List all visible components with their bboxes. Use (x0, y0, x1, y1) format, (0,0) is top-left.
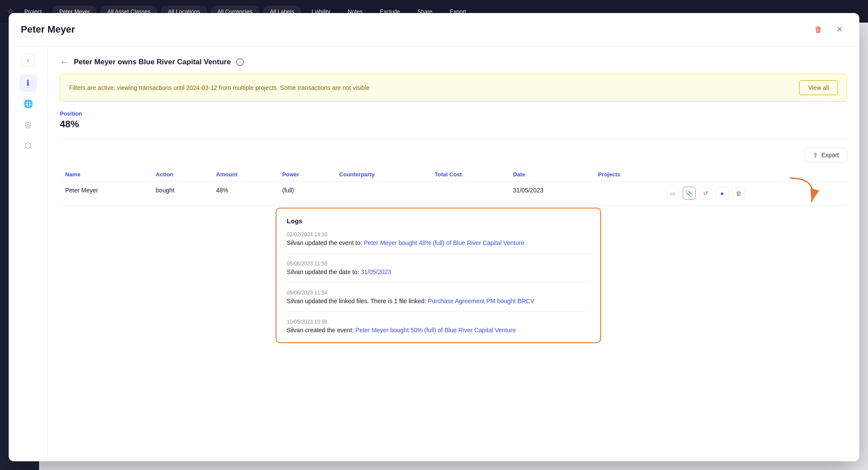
content-area: ← Peter Meyer owns Blue River Capital Ve… (48, 46, 859, 461)
modal-body: ‹ ℹ 🌐 ◎ ⬡ ← Peter Meyer owns Blue River … (9, 46, 859, 461)
modal-header: Peter Meyer 🗑 ✕ (9, 13, 859, 46)
cell-action: bought (151, 182, 211, 205)
row-attach-button[interactable]: 📎 (683, 187, 696, 200)
share-icon: ⇪ (813, 152, 818, 159)
col-action: Action (151, 168, 211, 182)
export-label: Export (822, 152, 839, 159)
section-divider (60, 139, 847, 139)
row-expand-button[interactable]: ▭ (666, 187, 679, 200)
log-highlight-2: 31/05/2023 (361, 268, 391, 275)
back-button[interactable]: ← (60, 57, 69, 67)
log-text-before-2: Silvan updated the date to: (287, 268, 361, 275)
log-highlight-4: Peter Meyer bought 50% (full) of Blue Ri… (355, 327, 516, 334)
cell-total-cost (430, 182, 508, 205)
panel-icon-cube[interactable]: ⬡ (20, 137, 37, 154)
close-button[interactable]: ✕ (832, 22, 847, 37)
left-panel: ‹ ℹ 🌐 ◎ ⬡ (9, 46, 48, 461)
col-power: Power (277, 168, 334, 182)
log-timestamp-1: 02/02/2024 14:10 (287, 232, 590, 238)
log-entry-2: 05/06/2023 11:55 Silvan updated the date… (287, 261, 590, 283)
cell-row-actions: ▭ 📎 ↺ ● 🗑 (661, 182, 847, 205)
col-actions (661, 168, 847, 182)
cell-projects (593, 182, 661, 205)
row-status-button[interactable]: ● (716, 187, 729, 200)
back-header: ← Peter Meyer owns Blue River Capital Ve… (60, 57, 847, 67)
position-value: 48% (60, 119, 847, 130)
log-entry-1: 02/02/2024 14:10 Silvan updated the even… (287, 232, 590, 254)
logs-panel: Logs 02/02/2024 14:10 Silvan updated the… (276, 208, 601, 343)
log-timestamp-2: 05/06/2023 11:55 (287, 261, 590, 267)
col-projects: Projects (593, 168, 661, 182)
log-text-4: Silvan created the event: Peter Meyer bo… (287, 327, 590, 334)
collapse-panel-button[interactable]: ‹ (21, 53, 35, 67)
logs-title: Logs (287, 217, 590, 225)
row-delete-button[interactable]: 🗑 (732, 187, 745, 200)
cell-date: 31/05/2023 (508, 182, 593, 205)
col-total-cost: Total Cost (430, 168, 508, 182)
table-row: Peter Meyer bought 48% (full) 31/05/2023… (60, 182, 847, 205)
log-entry-3: 05/06/2023 11:54 Silvan updated the link… (287, 290, 590, 312)
row-actions: ▭ 📎 ↺ ● 🗑 (666, 187, 842, 200)
panel-icon-info[interactable]: ℹ (20, 74, 37, 92)
row-log-button[interactable]: ↺ (699, 187, 712, 200)
col-counterparty: Counterparty (334, 168, 430, 182)
export-button[interactable]: ⇪ Export (805, 148, 847, 162)
filter-text: Filters are active: viewing transactions… (69, 84, 370, 91)
log-timestamp-4: 10/05/2023 10:56 (287, 319, 590, 325)
col-name: Name (60, 168, 151, 182)
log-text-before-1: Silvan updated the event to: (287, 239, 364, 246)
info-icon[interactable]: i (236, 58, 244, 66)
panel-icon-globe[interactable]: 🌐 (20, 95, 37, 113)
modal-title: Peter Meyer (21, 24, 75, 35)
modal-header-actions: 🗑 ✕ (811, 22, 847, 37)
log-text-3: Silvan updated the linked files. There i… (287, 298, 590, 305)
log-text-before-4: Silvan created the event: (287, 327, 355, 334)
filter-banner: Filters are active: viewing transactions… (60, 74, 847, 102)
cell-power: (full) (277, 182, 334, 205)
table-header-row: ⇪ Export (60, 148, 847, 162)
log-text-2: Silvan updated the date to: 31/05/2023 (287, 268, 590, 275)
col-date: Date (508, 168, 593, 182)
log-highlight-3: Purchase Agreement PM bought BRCV (428, 298, 534, 305)
view-all-button[interactable]: View all (799, 80, 838, 95)
position-label: Position (60, 110, 847, 117)
back-title: Peter Meyer owns Blue River Capital Vent… (74, 58, 231, 66)
log-highlight-1: Peter Meyer bought 48% (full) of Blue Ri… (364, 239, 524, 246)
log-timestamp-3: 05/06/2023 11:54 (287, 290, 590, 296)
position-section: Position 48% (60, 110, 847, 130)
panel-icon-share[interactable]: ◎ (20, 116, 37, 133)
cell-counterparty (334, 182, 430, 205)
modal: Peter Meyer 🗑 ✕ ‹ ℹ 🌐 ◎ ⬡ ← Peter Meyer … (9, 13, 859, 461)
log-text-1: Silvan updated the event to: Peter Meyer… (287, 239, 590, 246)
data-table: Name Action Amount Power Counterparty To… (60, 168, 847, 205)
delete-button[interactable]: 🗑 (811, 22, 826, 37)
cell-name: Peter Meyer (60, 182, 151, 205)
cell-amount: 48% (211, 182, 277, 205)
log-entry-4: 10/05/2023 10:56 Silvan created the even… (287, 319, 590, 334)
log-text-before-3: Silvan updated the linked files. There i… (287, 298, 428, 305)
col-amount: Amount (211, 168, 277, 182)
